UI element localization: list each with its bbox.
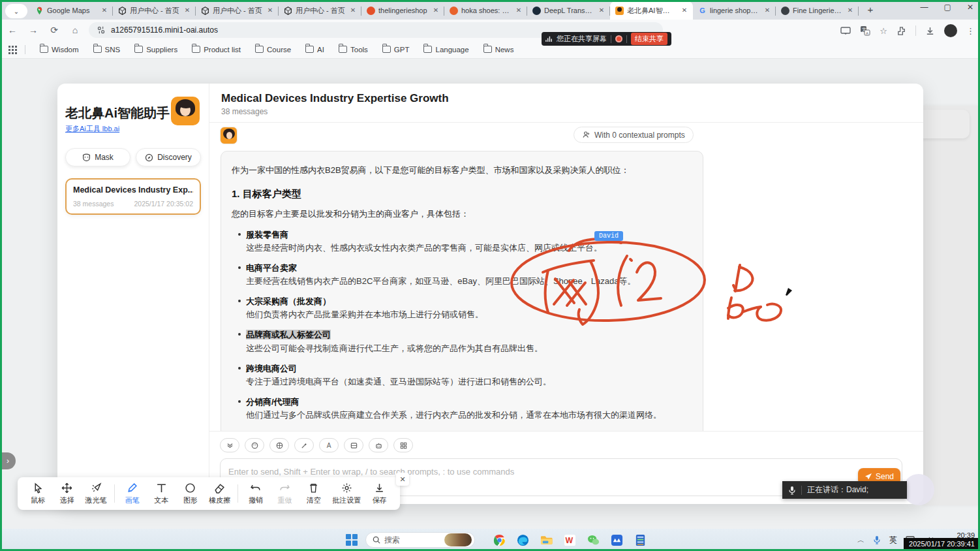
bookmark-course[interactable]: Course [255,46,291,54]
tab-search-button[interactable]: ⌄ [5,4,27,18]
tool-label: 批注设置 [332,496,361,505]
folder-icon [40,46,48,53]
bookmark-news[interactable]: News [483,46,514,54]
stop-share-button[interactable]: 结束共享 [631,33,667,45]
meeting-taskbar-icon[interactable] [611,534,623,546]
tab-user-center-1[interactable]: 用户中心 - 首页✕ [113,1,196,20]
meeting-float-ball[interactable] [903,474,934,505]
translate-icon[interactable]: 文A [860,25,870,36]
prompt-button[interactable] [294,438,314,452]
tab-hoka[interactable]: hoka shoes: Ove✕ [444,1,527,20]
close-annotation-toolbar-button[interactable]: ✕ [396,473,409,486]
panel-expander[interactable]: › [0,452,16,469]
wechat-taskbar-icon[interactable] [587,534,600,546]
edge-taskbar-icon[interactable] [517,534,529,546]
select-tool[interactable]: 选择 [54,482,82,505]
settings-tool[interactable]: 批注设置 [329,482,364,505]
site-info-icon[interactable] [97,25,106,35]
close-window-button[interactable]: ✕ [967,3,973,12]
tab-thelingerieshop[interactable]: thelingerieshop✕ [361,1,444,20]
close-tab-icon[interactable]: ✕ [597,6,606,15]
model-button[interactable] [344,438,363,452]
apps-grid-icon[interactable] [8,45,17,54]
more-tools-link[interactable]: 更多Ai工具 lbb.ai [65,124,119,134]
plugins-button[interactable] [393,438,413,452]
close-tab-icon[interactable]: ✕ [100,6,109,15]
home-button[interactable]: ⌂ [67,22,84,39]
tab-deepl[interactable]: DeepL Translate✕ [527,1,610,20]
tab-fine-lingerie[interactable]: Fine Lingerie, Sle✕ [776,1,859,20]
forward-button[interactable]: → [25,22,42,39]
maximize-button[interactable]: ▢ [944,3,951,12]
tab-user-center-2[interactable]: 用户中心 - 首页✕ [196,1,279,20]
pen-icon [127,482,138,494]
close-tab-icon[interactable]: ✕ [183,6,192,15]
close-tab-icon[interactable]: ✕ [431,6,440,15]
tab-user-center-3[interactable]: 用户中心 - 首页✕ [279,1,361,20]
chrome-taskbar-icon[interactable] [493,534,506,546]
discovery-button[interactable]: Discovery [136,148,201,166]
bookmark-label: Wisdom [52,46,79,54]
bookmark-gpt[interactable]: GPT [382,46,410,54]
start-button[interactable] [346,534,358,546]
share-label: 您正在共享屏幕 [557,34,607,44]
notes-taskbar-icon[interactable] [634,534,647,546]
close-tab-icon[interactable]: ✕ [514,6,523,15]
bookmark-language[interactable]: Language [423,46,468,54]
taskbar-search[interactable]: 搜索 [365,532,475,548]
text-tool[interactable]: 文本 [147,482,176,505]
tab-title: 老北鼻AI智能助手 [627,6,677,16]
tool-label: 画笔 [125,496,140,505]
close-tab-icon[interactable]: ✕ [680,6,689,15]
chevron-down-icon: ⌄ [14,8,19,15]
cast-icon[interactable] [840,25,851,36]
tab-google-maps[interactable]: Google Maps✕ [30,1,113,20]
wps-taskbar-icon[interactable]: W [564,534,576,546]
save-tool[interactable]: 保存 [365,482,393,505]
robot-button[interactable] [369,438,388,452]
back-button[interactable]: ← [4,22,21,39]
new-tab-button[interactable]: + [863,2,878,18]
bookmark-ai[interactable]: AI [305,46,324,54]
file-explorer-taskbar-icon[interactable] [540,534,553,546]
extensions-icon[interactable] [896,26,906,36]
ime-indicator[interactable]: 英 [889,535,897,546]
laser-tool[interactable]: 激光笔 [82,482,110,505]
reload-button[interactable]: ⟳ [46,22,63,39]
tray-expand-icon[interactable]: ︿ [857,535,865,545]
bookmark-tools[interactable]: Tools [339,46,368,54]
chat-scroll-area[interactable]: 作为一家中国的性感内衣B2B贸易商，以下是您可能的目标客户类型、市场和国家以及采… [209,120,917,431]
close-tab-icon[interactable]: ✕ [763,6,772,15]
search-highlight-image [444,533,472,546]
bookmark-sns[interactable]: SNS [93,46,121,54]
theme-button[interactable] [245,438,264,452]
tab-lingerie-search[interactable]: G lingerie shop - G✕ [693,1,776,20]
profile-avatar[interactable] [944,24,957,37]
minimize-button[interactable]: — [921,3,928,12]
close-tab-icon[interactable]: ✕ [846,6,855,15]
svg-text:W: W [565,536,573,545]
bookmark-wisdom[interactable]: Wisdom [40,46,79,54]
close-tab-icon[interactable]: ✕ [348,6,358,15]
chat-list-item-selected[interactable]: Medical Devices Industry Exp... 38 messa… [65,178,201,215]
scroll-bottom-button[interactable] [220,438,239,452]
laser-pen-icon [91,482,102,494]
eraser-tool[interactable]: 橡皮擦 [206,482,234,505]
pen-tool[interactable]: 画笔 [119,482,147,505]
language-button[interactable] [269,438,289,452]
bookmark-suppliers[interactable]: Suppliers [134,46,177,54]
shape-tool[interactable]: 图形 [177,482,205,505]
download-icon[interactable] [925,26,935,36]
font-size-button[interactable]: A [319,438,339,452]
bookmark-star-icon[interactable]: ☆ [880,26,887,36]
undo-tool[interactable]: 撤销 [242,482,270,505]
close-tab-icon[interactable]: ✕ [266,6,275,15]
cursor-tool[interactable]: 鼠标 [24,482,52,505]
mask-button[interactable]: Mask [65,148,130,166]
bookmark-product-list[interactable]: Product list [192,46,241,54]
clear-tool[interactable]: 清空 [300,482,328,505]
tab-ai-assistant-active[interactable]: 老北鼻AI智能助手✕ [610,1,693,20]
folder-icon [382,46,391,53]
menu-kebab-icon[interactable]: ⋮ [966,26,975,36]
tray-microphone-icon[interactable] [873,535,881,544]
